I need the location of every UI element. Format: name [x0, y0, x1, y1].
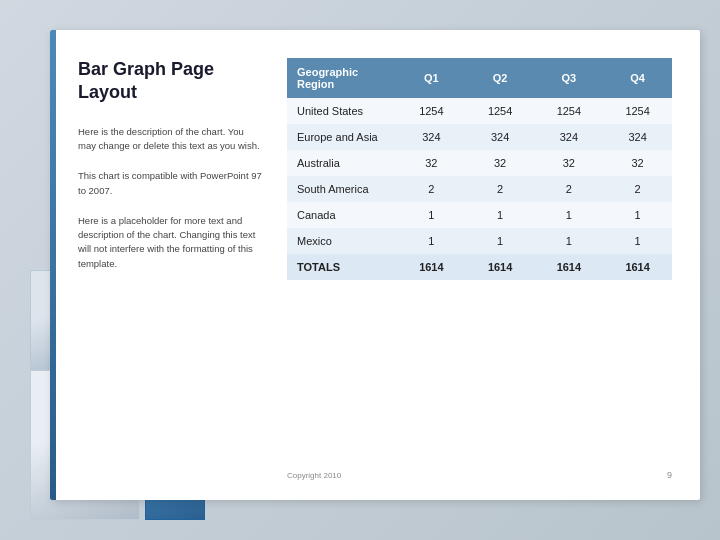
blue-accent-bar	[50, 30, 56, 500]
description-1: Here is the description of the chart. Yo…	[78, 125, 263, 154]
table-row: Canada 1 1 1 1	[287, 202, 672, 228]
cell-q2: 1	[466, 202, 535, 228]
cell-region: South America	[287, 176, 397, 202]
cell-q1: 1254	[397, 98, 466, 124]
cell-q4: 1254	[603, 98, 672, 124]
cell-q3: 32	[535, 150, 604, 176]
table-row: United States 1254 1254 1254 1254	[287, 98, 672, 124]
footer-row: Copyright 2010 9	[287, 460, 672, 480]
cell-region: United States	[287, 98, 397, 124]
cell-q4: 1	[603, 228, 672, 254]
cell-region: Canada	[287, 202, 397, 228]
cell-q4: 324	[603, 124, 672, 150]
cell-q3: 1	[535, 228, 604, 254]
cell-q2: 2	[466, 176, 535, 202]
cell-q2: 1254	[466, 98, 535, 124]
header-q3: Q3	[535, 58, 604, 98]
cell-region: Australia	[287, 150, 397, 176]
cell-q3: 2	[535, 176, 604, 202]
left-column: Bar Graph Page Layout Here is the descri…	[78, 58, 263, 480]
cell-q1: 1	[397, 202, 466, 228]
cell-q1: 1	[397, 228, 466, 254]
content-area: Bar Graph Page Layout Here is the descri…	[50, 30, 700, 500]
header-q4: Q4	[603, 58, 672, 98]
header-q1: Q1	[397, 58, 466, 98]
cell-q2: 1	[466, 228, 535, 254]
slide-background: Bar Graph Page Layout Here is the descri…	[0, 0, 720, 540]
table-row: South America 2 2 2 2	[287, 176, 672, 202]
cell-q1: 32	[397, 150, 466, 176]
table-row: Europe and Asia 324 324 324 324	[287, 124, 672, 150]
cell-q2: 32	[466, 150, 535, 176]
page-title: Bar Graph Page Layout	[78, 58, 263, 105]
totals-row: TOTALS 1614 1614 1614 1614	[287, 254, 672, 280]
cell-q1: 2	[397, 176, 466, 202]
cell-totals-q3: 1614	[535, 254, 604, 280]
description-3: Here is a placeholder for more text and …	[78, 214, 263, 271]
cell-q4: 32	[603, 150, 672, 176]
table-row: Australia 32 32 32 32	[287, 150, 672, 176]
copyright-text: Copyright 2010	[287, 471, 341, 480]
cell-totals-q2: 1614	[466, 254, 535, 280]
header-region: Geographic Region	[287, 58, 397, 98]
right-column: Geographic Region Q1 Q2 Q3 Q4 United Sta…	[287, 58, 672, 480]
description-2: This chart is compatible with PowerPoint…	[78, 169, 263, 198]
table-header-row: Geographic Region Q1 Q2 Q3 Q4	[287, 58, 672, 98]
header-q2: Q2	[466, 58, 535, 98]
page-number: 9	[667, 470, 672, 480]
cell-totals-region: TOTALS	[287, 254, 397, 280]
cell-q3: 1254	[535, 98, 604, 124]
data-table: Geographic Region Q1 Q2 Q3 Q4 United Sta…	[287, 58, 672, 280]
cell-q3: 1	[535, 202, 604, 228]
cell-q2: 324	[466, 124, 535, 150]
cell-region: Europe and Asia	[287, 124, 397, 150]
cell-q3: 324	[535, 124, 604, 150]
table-row: Mexico 1 1 1 1	[287, 228, 672, 254]
cell-totals-q4: 1614	[603, 254, 672, 280]
cell-region: Mexico	[287, 228, 397, 254]
cell-q4: 2	[603, 176, 672, 202]
cell-q4: 1	[603, 202, 672, 228]
cell-q1: 324	[397, 124, 466, 150]
cell-totals-q1: 1614	[397, 254, 466, 280]
